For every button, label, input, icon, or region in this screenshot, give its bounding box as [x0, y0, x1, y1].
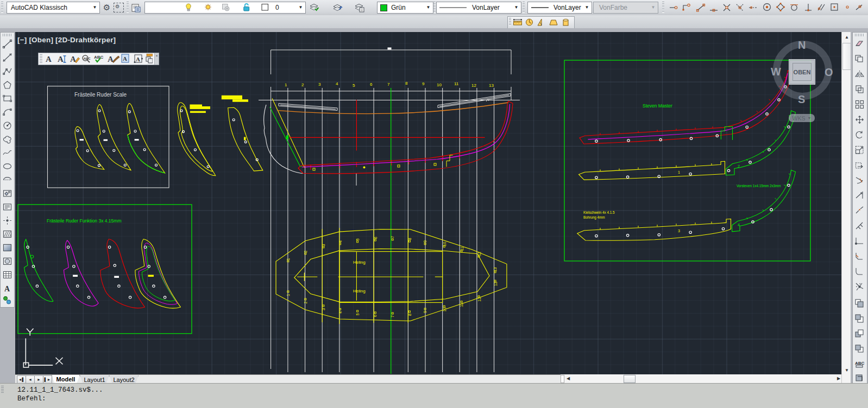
svg-text:5: 5	[355, 313, 360, 315]
svg-text:6: 6	[370, 82, 373, 87]
svg-text:9: 9	[423, 240, 427, 243]
svg-text:8: 8	[407, 238, 412, 240]
svg-text:Kielschwein 4x 4.1.5: Kielschwein 4x 4.1.5	[583, 211, 615, 214]
svg-text:12: 12	[471, 83, 476, 88]
svg-text:2: 2	[301, 82, 304, 87]
svg-text:11: 11	[454, 81, 459, 86]
svg-text:4: 4	[738, 223, 740, 227]
svg-text:6: 6	[373, 315, 378, 317]
svg-text:10: 10	[442, 307, 447, 311]
svg-text:1: 1	[678, 170, 680, 174]
svg-text:Bohrung 4mm: Bohrung 4mm	[583, 215, 605, 220]
svg-text:Steven Master: Steven Master	[643, 103, 672, 109]
svg-text:7: 7	[390, 315, 395, 317]
svg-text:6: 6	[373, 237, 378, 239]
svg-text:A: A	[4, 285, 10, 293]
svg-text:5: 5	[355, 238, 360, 240]
svg-text:2: 2	[303, 251, 308, 253]
svg-text:Heling: Heling	[353, 260, 366, 265]
svg-text:A: A	[46, 55, 52, 63]
svg-text:Frästeile Ruder Funktion 3x 4.: Frästeile Ruder Funktion 3x 4.15mm	[47, 218, 121, 224]
svg-text:3: 3	[678, 229, 680, 233]
svg-text:13: 13	[489, 83, 494, 88]
svg-text:2: 2	[303, 302, 308, 304]
svg-text:8: 8	[405, 81, 408, 86]
svg-text:12: 12	[477, 297, 482, 302]
svg-text:4: 4	[336, 81, 338, 86]
svg-text:0: 0	[275, 4, 279, 11]
svg-text:A: A	[123, 55, 127, 62]
svg-text:Heling: Heling	[353, 289, 366, 294]
svg-text:2: 2	[738, 164, 740, 168]
svg-text:5: 5	[353, 83, 355, 88]
svg-text:9: 9	[422, 81, 425, 86]
svg-text:3: 3	[321, 308, 326, 310]
svg-text:8: 8	[407, 314, 412, 316]
svg-text:ABC: ABC	[94, 55, 104, 60]
svg-text:3: 3	[321, 244, 326, 246]
svg-text:A: A	[58, 55, 64, 63]
svg-text:1: 1	[286, 294, 291, 296]
svg-text:Vorsteven 1x4.15mm 2x3mm: Vorsteven 1x4.15mm 2x3mm	[737, 184, 781, 188]
svg-text:4: 4	[338, 240, 343, 243]
svg-text:1: 1	[286, 258, 291, 260]
svg-text:7: 7	[390, 236, 395, 238]
svg-text:10: 10	[437, 82, 442, 87]
svg-text:7: 7	[387, 82, 390, 87]
svg-text:Frästeile Ruder Scale: Frästeile Ruder Scale	[74, 92, 127, 98]
svg-text:13: 13	[493, 282, 498, 286]
svg-text:1: 1	[285, 82, 287, 87]
svg-text:9: 9	[423, 311, 427, 313]
svg-text:11: 11	[459, 303, 464, 307]
svg-text:ABC: ABC	[84, 57, 91, 60]
svg-text:3: 3	[318, 82, 321, 87]
svg-text:A: A	[136, 56, 140, 62]
svg-text:4: 4	[338, 311, 343, 314]
